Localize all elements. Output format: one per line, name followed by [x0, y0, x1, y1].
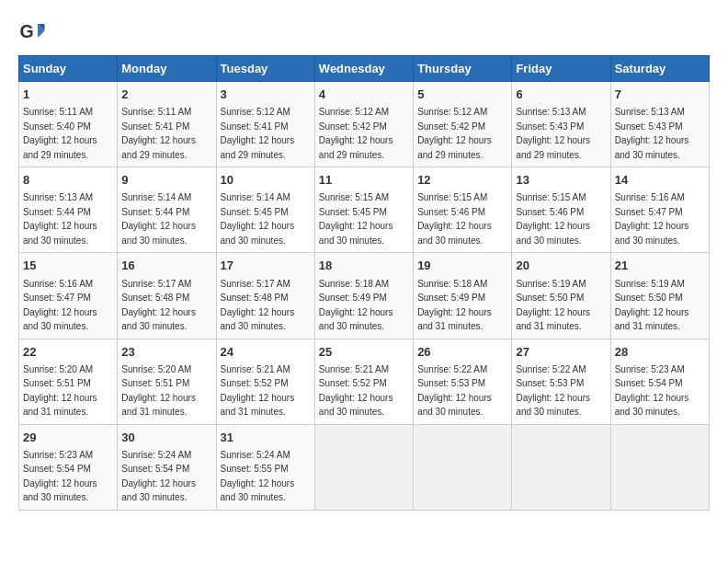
header-day-monday: Monday: [118, 56, 216, 82]
day-number: 27: [516, 344, 606, 361]
day-info: Sunrise: 5:15 AMSunset: 5:46 PMDaylight:…: [516, 192, 590, 246]
day-info: Sunrise: 5:12 AMSunset: 5:42 PMDaylight:…: [417, 107, 492, 160]
logo-icon: G: [18, 18, 46, 46]
day-info: Sunrise: 5:22 AMSunset: 5:53 PMDaylight:…: [516, 364, 590, 418]
week-row-4: 22 Sunrise: 5:20 AMSunset: 5:51 PMDaylig…: [19, 339, 710, 424]
day-number: 19: [417, 258, 507, 274]
day-info: Sunrise: 5:20 AMSunset: 5:51 PMDaylight:…: [23, 364, 97, 418]
page-header: G: [18, 18, 710, 46]
day-number: 2: [121, 86, 211, 103]
week-row-3: 15 Sunrise: 5:16 AMSunset: 5:47 PMDaylig…: [19, 253, 710, 339]
day-info: Sunrise: 5:13 AMSunset: 5:43 PMDaylight:…: [516, 107, 590, 160]
day-cell: 14 Sunrise: 5:16 AMSunset: 5:47 PMDaylig…: [610, 167, 709, 253]
header-day-tuesday: Tuesday: [216, 56, 314, 82]
day-info: Sunrise: 5:24 AMSunset: 5:54 PMDaylight:…: [121, 450, 196, 503]
day-cell: 25 Sunrise: 5:21 AMSunset: 5:52 PMDaylig…: [314, 339, 413, 424]
day-number: 6: [516, 86, 606, 103]
day-number: 14: [615, 172, 705, 189]
day-cell: 13 Sunrise: 5:15 AMSunset: 5:46 PMDaylig…: [512, 167, 610, 253]
day-info: Sunrise: 5:20 AMSunset: 5:51 PMDaylight:…: [121, 364, 196, 418]
header-day-friday: Friday: [512, 56, 610, 82]
day-cell: 22 Sunrise: 5:20 AMSunset: 5:51 PMDaylig…: [19, 339, 118, 424]
day-cell: 31 Sunrise: 5:24 AMSunset: 5:55 PMDaylig…: [216, 424, 314, 510]
day-number: 3: [221, 86, 311, 103]
day-cell: 7 Sunrise: 5:13 AMSunset: 5:43 PMDayligh…: [610, 82, 709, 167]
day-info: Sunrise: 5:22 AMSunset: 5:53 PMDaylight:…: [417, 364, 492, 418]
day-number: 12: [417, 172, 507, 189]
day-info: Sunrise: 5:17 AMSunset: 5:48 PMDaylight:…: [121, 279, 196, 332]
day-info: Sunrise: 5:16 AMSunset: 5:47 PMDaylight:…: [615, 192, 689, 246]
day-number: 31: [221, 430, 311, 446]
day-number: 8: [23, 172, 113, 189]
day-number: 22: [23, 344, 113, 361]
day-info: Sunrise: 5:15 AMSunset: 5:46 PMDaylight:…: [417, 192, 492, 246]
day-cell: 17 Sunrise: 5:17 AMSunset: 5:48 PMDaylig…: [216, 253, 314, 339]
day-number: 17: [221, 258, 311, 274]
day-cell: 12 Sunrise: 5:15 AMSunset: 5:46 PMDaylig…: [414, 167, 512, 253]
day-cell: 2 Sunrise: 5:11 AMSunset: 5:41 PMDayligh…: [118, 82, 216, 167]
day-cell: 16 Sunrise: 5:17 AMSunset: 5:48 PMDaylig…: [118, 253, 216, 339]
day-info: Sunrise: 5:17 AMSunset: 5:48 PMDaylight:…: [221, 279, 295, 332]
day-info: Sunrise: 5:13 AMSunset: 5:43 PMDaylight:…: [615, 107, 689, 160]
day-cell: 27 Sunrise: 5:22 AMSunset: 5:53 PMDaylig…: [512, 339, 610, 424]
day-cell: [512, 424, 610, 510]
day-number: 21: [615, 258, 705, 274]
day-info: Sunrise: 5:19 AMSunset: 5:50 PMDaylight:…: [615, 279, 689, 332]
day-cell: 28 Sunrise: 5:23 AMSunset: 5:54 PMDaylig…: [610, 339, 709, 424]
day-cell: 15 Sunrise: 5:16 AMSunset: 5:47 PMDaylig…: [19, 253, 118, 339]
day-number: 11: [319, 172, 409, 189]
day-number: 18: [319, 258, 409, 274]
day-cell: [414, 424, 512, 510]
day-cell: 18 Sunrise: 5:18 AMSunset: 5:49 PMDaylig…: [314, 253, 413, 339]
day-info: Sunrise: 5:15 AMSunset: 5:45 PMDaylight:…: [319, 192, 393, 246]
day-cell: 8 Sunrise: 5:13 AMSunset: 5:44 PMDayligh…: [19, 167, 118, 253]
header-day-saturday: Saturday: [610, 56, 709, 82]
day-info: Sunrise: 5:18 AMSunset: 5:49 PMDaylight:…: [319, 279, 393, 332]
day-cell: 24 Sunrise: 5:21 AMSunset: 5:52 PMDaylig…: [216, 339, 314, 424]
logo: G: [18, 18, 51, 46]
day-cell: 30 Sunrise: 5:24 AMSunset: 5:54 PMDaylig…: [118, 424, 216, 510]
day-number: 30: [121, 430, 211, 446]
day-cell: 29 Sunrise: 5:23 AMSunset: 5:54 PMDaylig…: [19, 424, 118, 510]
day-info: Sunrise: 5:14 AMSunset: 5:44 PMDaylight:…: [121, 192, 196, 246]
calendar-table: SundayMondayTuesdayWednesdayThursdayFrid…: [18, 55, 710, 511]
day-number: 20: [516, 258, 606, 274]
day-info: Sunrise: 5:23 AMSunset: 5:54 PMDaylight:…: [23, 450, 97, 503]
day-info: Sunrise: 5:12 AMSunset: 5:41 PMDaylight:…: [221, 107, 295, 160]
week-row-2: 8 Sunrise: 5:13 AMSunset: 5:44 PMDayligh…: [19, 167, 710, 253]
day-number: 25: [319, 344, 409, 361]
calendar-header: SundayMondayTuesdayWednesdayThursdayFrid…: [19, 56, 710, 82]
day-cell: 26 Sunrise: 5:22 AMSunset: 5:53 PMDaylig…: [414, 339, 512, 424]
day-cell: 21 Sunrise: 5:19 AMSunset: 5:50 PMDaylig…: [610, 253, 709, 339]
day-number: 1: [23, 86, 113, 103]
header-day-wednesday: Wednesday: [314, 56, 413, 82]
week-row-1: 1 Sunrise: 5:11 AMSunset: 5:40 PMDayligh…: [19, 82, 710, 167]
day-info: Sunrise: 5:21 AMSunset: 5:52 PMDaylight:…: [319, 364, 393, 418]
day-info: Sunrise: 5:18 AMSunset: 5:49 PMDaylight:…: [417, 279, 492, 332]
day-info: Sunrise: 5:24 AMSunset: 5:55 PMDaylight:…: [221, 450, 295, 503]
header-day-sunday: Sunday: [19, 56, 118, 82]
day-info: Sunrise: 5:23 AMSunset: 5:54 PMDaylight:…: [615, 364, 689, 418]
day-number: 26: [417, 344, 507, 361]
day-cell: [314, 424, 413, 510]
day-number: 16: [121, 258, 211, 274]
calendar-body: 1 Sunrise: 5:11 AMSunset: 5:40 PMDayligh…: [19, 82, 710, 511]
svg-text:G: G: [20, 21, 34, 41]
day-cell: 4 Sunrise: 5:12 AMSunset: 5:42 PMDayligh…: [314, 82, 413, 167]
day-number: 7: [615, 86, 705, 103]
day-info: Sunrise: 5:19 AMSunset: 5:50 PMDaylight:…: [516, 279, 590, 332]
day-cell: [610, 424, 709, 510]
day-cell: 3 Sunrise: 5:12 AMSunset: 5:41 PMDayligh…: [216, 82, 314, 167]
day-number: 28: [615, 344, 705, 361]
day-info: Sunrise: 5:11 AMSunset: 5:40 PMDaylight:…: [23, 107, 97, 160]
day-cell: 1 Sunrise: 5:11 AMSunset: 5:40 PMDayligh…: [19, 82, 118, 167]
day-cell: 5 Sunrise: 5:12 AMSunset: 5:42 PMDayligh…: [414, 82, 512, 167]
day-cell: 19 Sunrise: 5:18 AMSunset: 5:49 PMDaylig…: [414, 253, 512, 339]
day-cell: 6 Sunrise: 5:13 AMSunset: 5:43 PMDayligh…: [512, 82, 610, 167]
day-info: Sunrise: 5:16 AMSunset: 5:47 PMDaylight:…: [23, 279, 97, 332]
day-number: 9: [121, 172, 211, 189]
day-number: 24: [221, 344, 311, 361]
header-row: SundayMondayTuesdayWednesdayThursdayFrid…: [19, 56, 710, 82]
day-number: 13: [516, 172, 606, 189]
day-number: 5: [417, 86, 507, 103]
